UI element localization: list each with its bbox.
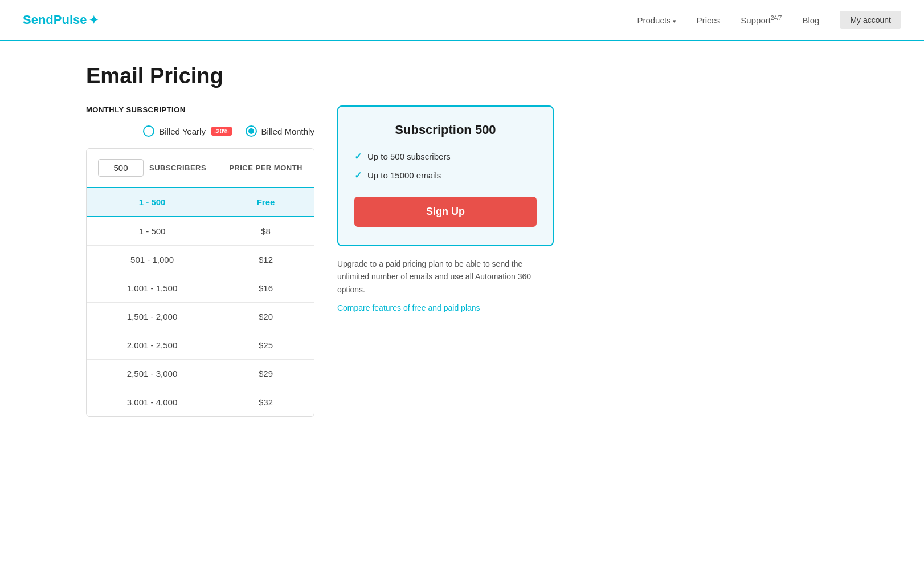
nav-support[interactable]: Support24/7 — [741, 15, 782, 25]
feature-item: ✓Up to 15000 emails — [354, 170, 537, 181]
logo-icon: ✦ — [89, 13, 99, 27]
nav-links: Products Prices Support24/7 Blog My acco… — [637, 11, 901, 29]
nav-blog[interactable]: Blog — [802, 15, 819, 25]
feature-text: Up to 500 subscribers — [367, 152, 451, 161]
compare-link[interactable]: Compare features of free and paid plans — [337, 303, 480, 312]
content-row: MONTHLY SUBSCRIPTION Billed Yearly -20% … — [86, 105, 838, 417]
price-cell: $20 — [218, 303, 314, 331]
price-cell: $25 — [218, 331, 314, 360]
my-account-button[interactable]: My account — [840, 11, 901, 29]
price-cell: $8 — [218, 217, 314, 246]
price-cell: Free — [218, 188, 314, 217]
price-cell: $29 — [218, 360, 314, 388]
range-cell: 1 - 500 — [87, 188, 218, 217]
billing-toggle: Billed Yearly -20% Billed Monthly — [86, 125, 314, 137]
page-title: Email Pricing — [86, 64, 838, 88]
subscription-card-inner: Subscription 500 ✓Up to 500 subscribers✓… — [337, 105, 554, 246]
logo[interactable]: SendPulse ✦ — [23, 13, 99, 27]
nav-prices[interactable]: Prices — [697, 15, 721, 25]
table-row[interactable]: 1,501 - 2,000 $20 — [87, 303, 314, 331]
subscribers-input[interactable] — [98, 159, 144, 177]
table-row[interactable]: 1 - 500 $8 — [87, 217, 314, 246]
billing-monthly-option[interactable]: Billed Monthly — [246, 125, 314, 137]
billing-yearly-label: Billed Yearly — [159, 127, 206, 136]
range-cell: 2,501 - 3,000 — [87, 360, 218, 388]
range-cell: 2,001 - 2,500 — [87, 331, 218, 360]
range-cell: 1 - 500 — [87, 217, 218, 246]
navbar: SendPulse ✦ Products Prices Support24/7 … — [0, 0, 924, 41]
table-scroll[interactable]: SUBSCRIBERS PRICE PER MONTH 1 - 500 Free… — [87, 149, 314, 416]
table-row[interactable]: 2,001 - 2,500 $25 — [87, 331, 314, 360]
pricing-table-wrapper: SUBSCRIBERS PRICE PER MONTH 1 - 500 Free… — [86, 148, 314, 417]
col-price: PRICE PER MONTH — [218, 149, 314, 188]
table-row[interactable]: 1,001 - 1,500 $16 — [87, 274, 314, 303]
subscription-card-title: Subscription 500 — [354, 123, 537, 137]
discount-badge: -20% — [211, 127, 232, 136]
table-section: MONTHLY SUBSCRIPTION Billed Yearly -20% … — [86, 105, 314, 417]
range-cell: 1,001 - 1,500 — [87, 274, 218, 303]
sign-up-button[interactable]: Sign Up — [354, 197, 537, 227]
check-icon: ✓ — [354, 151, 362, 162]
radio-yearly — [143, 125, 154, 137]
pricing-table: SUBSCRIBERS PRICE PER MONTH 1 - 500 Free… — [87, 149, 314, 416]
col-subscribers: SUBSCRIBERS — [87, 149, 218, 188]
range-cell: 1,501 - 2,000 — [87, 303, 218, 331]
main-content: Email Pricing MONTHLY SUBSCRIPTION Bille… — [63, 41, 861, 451]
check-icon: ✓ — [354, 170, 362, 181]
table-row[interactable]: 501 - 1,000 $12 — [87, 246, 314, 274]
table-row[interactable]: 3,001 - 4,000 $32 — [87, 388, 314, 417]
feature-item: ✓Up to 500 subscribers — [354, 151, 537, 162]
logo-text: SendPulse — [23, 13, 87, 27]
table-row[interactable]: 2,501 - 3,000 $29 — [87, 360, 314, 388]
subscription-card: Subscription 500 ✓Up to 500 subscribers✓… — [337, 105, 554, 313]
radio-monthly — [246, 125, 257, 137]
price-cell: $32 — [218, 388, 314, 417]
feature-list: ✓Up to 500 subscribers✓Up to 15000 email… — [354, 151, 537, 181]
billing-yearly-option[interactable]: Billed Yearly -20% — [143, 125, 231, 137]
price-cell: $12 — [218, 246, 314, 274]
nav-products[interactable]: Products — [637, 15, 676, 25]
billing-monthly-label: Billed Monthly — [261, 127, 314, 136]
upgrade-text: Upgrade to a paid pricing plan to be abl… — [337, 258, 554, 296]
range-cell: 3,001 - 4,000 — [87, 388, 218, 417]
price-cell: $16 — [218, 274, 314, 303]
table-row[interactable]: 1 - 500 Free — [87, 188, 314, 217]
feature-text: Up to 15000 emails — [367, 170, 441, 180]
section-label: MONTHLY SUBSCRIPTION — [86, 105, 314, 114]
range-cell: 501 - 1,000 — [87, 246, 218, 274]
